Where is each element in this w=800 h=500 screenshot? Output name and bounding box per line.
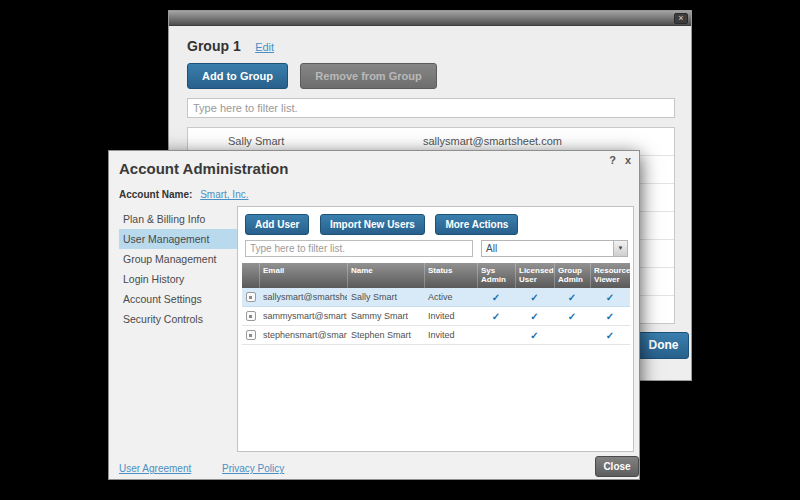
expand-row-icon[interactable] [246, 311, 256, 321]
check-icon: ✓ [477, 307, 515, 325]
cell-status: Invited [424, 326, 477, 344]
check-icon: ✓ [590, 326, 630, 344]
check-icon: ✓ [554, 307, 590, 325]
dropdown-selected-value: All [486, 243, 497, 254]
table-row[interactable]: sallysmart@smartsheet. Sally Smart Activ… [242, 288, 630, 307]
cell-name: Sammy Smart [347, 307, 424, 325]
account-name-link[interactable]: Smart, Inc. [200, 189, 248, 200]
check-icon: ✓ [515, 288, 554, 306]
add-user-button[interactable]: Add User [245, 214, 309, 235]
admin-sidebar: Plan & Billing Info User Management Grou… [119, 209, 239, 329]
dialog-title: Account Administration [119, 160, 288, 177]
close-button[interactable]: Close [595, 456, 639, 477]
user-table-header: Email Name Status Sys Admin Licensed Use… [242, 263, 630, 288]
header-group-admin[interactable]: Group Admin [554, 263, 590, 288]
footer-links: User Agreement Privacy Policy [119, 463, 284, 474]
header-resource-viewer[interactable]: Resource Viewer [590, 263, 630, 288]
account-name-row: Account Name: Smart, Inc. [119, 189, 249, 200]
expand-row-icon[interactable] [246, 292, 256, 302]
header-status[interactable]: Status [424, 263, 477, 288]
account-administration-dialog: ? x Account Administration Account Name:… [108, 150, 640, 480]
check-icon: ✓ [477, 288, 515, 306]
user-table: Email Name Status Sys Admin Licensed Use… [242, 263, 630, 345]
check-icon: ✓ [590, 307, 630, 325]
check-icon: ✓ [554, 288, 590, 306]
account-name-label: Account Name: [119, 189, 192, 200]
cell-name: Stephen Smart [347, 326, 424, 344]
close-icon[interactable]: x [625, 154, 631, 166]
check-icon [477, 326, 515, 344]
group-button-row: Add to Group Remove from Group [187, 63, 445, 89]
cell-email: sallysmart@smartsheet. [259, 288, 347, 306]
screen-backdrop: × Group 1 Edit Add to Group Remove from … [0, 0, 800, 500]
group-title: Group 1 [187, 38, 241, 54]
sidebar-item-plan-billing[interactable]: Plan & Billing Info [119, 209, 239, 229]
sidebar-item-security-controls[interactable]: Security Controls [119, 309, 239, 329]
help-icon[interactable]: ? [609, 154, 616, 166]
more-actions-button[interactable]: More Actions [435, 214, 518, 235]
header-licensed-user[interactable]: Licensed User [515, 263, 554, 288]
sidebar-item-account-settings[interactable]: Account Settings [119, 289, 239, 309]
add-to-group-button[interactable]: Add to Group [187, 63, 288, 89]
cell-email: stephensmart@smartsh [259, 326, 347, 344]
header-sys-admin[interactable]: Sys Admin [477, 263, 515, 288]
expand-row-icon[interactable] [246, 330, 256, 340]
header-expander-column [242, 263, 259, 288]
check-icon: ✓ [590, 288, 630, 306]
table-row[interactable]: sammysmart@smartshe Sammy Smart Invited … [242, 307, 630, 326]
header-name[interactable]: Name [347, 263, 424, 288]
privacy-policy-link[interactable]: Privacy Policy [222, 463, 284, 474]
check-icon: ✓ [515, 307, 554, 325]
group-filter-input[interactable] [187, 98, 675, 118]
cell-name: Sally Smart [347, 288, 424, 306]
table-row[interactable]: stephensmart@smartsh Stephen Smart Invit… [242, 326, 630, 345]
cell-email: sammysmart@smartshe [259, 307, 347, 325]
header-email[interactable]: Email [259, 263, 347, 288]
group-edit-link[interactable]: Edit [255, 41, 274, 53]
done-button[interactable]: Done [638, 332, 689, 359]
group-title-row: Group 1 Edit [187, 37, 274, 55]
user-toolbar: Add User Import New Users More Actions [245, 214, 524, 235]
user-filter-dropdown[interactable]: All ▼ [481, 240, 628, 257]
check-icon [554, 326, 590, 344]
cell-status: Invited [424, 307, 477, 325]
close-icon[interactable]: × [674, 13, 688, 24]
user-filter-input[interactable] [245, 240, 473, 257]
user-agreement-link[interactable]: User Agreement [119, 463, 191, 474]
import-new-users-button[interactable]: Import New Users [320, 214, 425, 235]
chevron-down-icon[interactable]: ▼ [613, 241, 627, 256]
sidebar-item-user-management[interactable]: User Management [119, 229, 239, 249]
sidebar-item-login-history[interactable]: Login History [119, 269, 239, 289]
cell-status: Active [424, 288, 477, 306]
group-dialog-titlebar: × [169, 11, 691, 26]
user-management-panel: Add User Import New Users More Actions A… [237, 206, 634, 452]
check-icon: ✓ [515, 326, 554, 344]
remove-from-group-button[interactable]: Remove from Group [300, 63, 436, 89]
sidebar-item-group-management[interactable]: Group Management [119, 249, 239, 269]
